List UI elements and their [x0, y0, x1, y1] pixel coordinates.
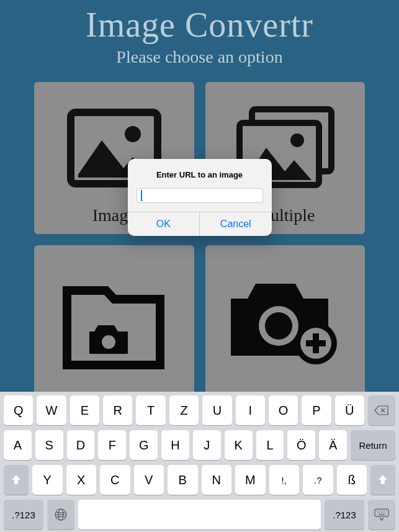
key-y[interactable]: Y — [32, 465, 63, 495]
key-z[interactable]: Z — [169, 395, 199, 425]
key-modechange-left[interactable]: .?123 — [4, 500, 43, 530]
key-p[interactable]: P — [302, 395, 331, 425]
key-b[interactable]: B — [168, 465, 198, 495]
key-shift-right[interactable] — [370, 465, 395, 495]
key-j[interactable]: J — [193, 430, 221, 460]
key-i[interactable]: I — [236, 395, 265, 425]
globe-icon — [54, 508, 68, 521]
key-backspace[interactable] — [368, 395, 395, 425]
key-n[interactable]: N — [202, 465, 232, 495]
key-oe[interactable]: Ö — [287, 430, 315, 460]
keyboard-row-4: .?123 .?123 — [2, 500, 397, 530]
key-e[interactable]: E — [70, 395, 99, 425]
key-ss[interactable]: ß — [337, 465, 367, 495]
key-l[interactable]: L — [256, 430, 284, 460]
key-return[interactable]: Return — [351, 430, 395, 460]
key-ae[interactable]: Ä — [319, 430, 347, 460]
keyboard-row-1: Q W E R T Z U I O P Ü — [2, 395, 397, 425]
key-v[interactable]: V — [134, 465, 164, 495]
key-h[interactable]: H — [161, 430, 189, 460]
key-m[interactable]: M — [235, 465, 266, 495]
key-g[interactable]: G — [130, 430, 158, 460]
key-f[interactable]: F — [98, 430, 126, 460]
keyboard-row-3: Y X C V B N M !, .? ß — [2, 465, 397, 495]
key-c[interactable]: C — [100, 465, 130, 495]
keyboard-dismiss-icon — [374, 508, 390, 521]
key-q[interactable]: Q — [4, 395, 33, 425]
key-dismiss[interactable] — [368, 500, 395, 530]
text-cursor — [141, 190, 142, 201]
key-modechange-right[interactable]: .?123 — [325, 500, 364, 530]
key-a[interactable]: A — [4, 430, 32, 460]
key-ue[interactable]: Ü — [335, 395, 364, 425]
key-x[interactable]: X — [66, 465, 97, 495]
key-t[interactable]: T — [136, 395, 165, 425]
cancel-button[interactable]: Cancel — [199, 212, 272, 236]
alert-title: Enter URL to an image — [137, 170, 263, 179]
key-o[interactable]: O — [269, 395, 298, 425]
key-u[interactable]: U — [202, 395, 231, 425]
key-k[interactable]: K — [225, 430, 253, 460]
keyboard: Q W E R T Z U I O P Ü A S D F G H J K L … — [0, 392, 399, 532]
url-input[interactable] — [137, 188, 263, 203]
key-space[interactable] — [78, 500, 321, 530]
key-s[interactable]: S — [35, 430, 63, 460]
key-period-question[interactable]: .? — [303, 465, 333, 495]
key-exclaim-comma[interactable]: !, — [269, 465, 300, 495]
keyboard-row-2: A S D F G H J K L Ö Ä Return — [2, 430, 397, 460]
key-w[interactable]: W — [37, 395, 66, 425]
ok-button[interactable]: OK — [128, 212, 200, 236]
shift-icon — [10, 474, 22, 486]
key-r[interactable]: R — [103, 395, 132, 425]
key-shift-left[interactable] — [4, 465, 29, 495]
backspace-icon — [374, 405, 389, 416]
url-alert: Enter URL to an image OK Cancel — [128, 159, 272, 236]
shift-icon — [377, 474, 389, 486]
key-d[interactable]: D — [67, 430, 95, 460]
key-globe[interactable] — [47, 500, 74, 530]
